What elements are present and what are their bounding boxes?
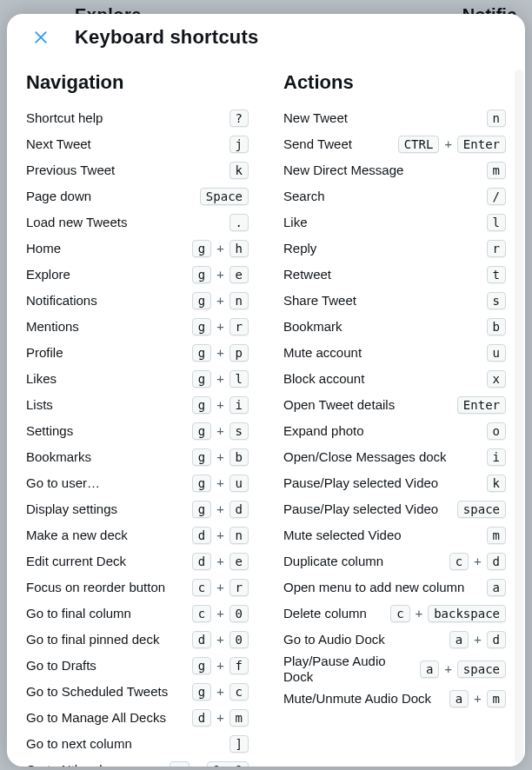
shortcut-keys: c+backspace [390, 605, 506, 622]
shortcut-row: Homeg+h [26, 236, 249, 261]
keycap: c [192, 579, 211, 596]
shortcut-label: Go to Nth column [26, 762, 128, 767]
close-button[interactable] [26, 23, 56, 52]
shortcut-keys: g+d [192, 501, 249, 518]
shortcut-row: Bookmarkb [283, 315, 506, 339]
keycap: a [449, 690, 469, 707]
keycap: e [229, 553, 249, 570]
shortcut-row: New Tweetn [283, 106, 506, 130]
shortcut-keys: / [487, 188, 506, 205]
modal-body[interactable]: Navigation Shortcut help?Next TweetjPrev… [7, 61, 525, 767]
keycap: m [229, 709, 249, 727]
shortcut-row: Duplicate columnc+d [283, 549, 506, 574]
shortcut-row: Shortcut help? [26, 106, 249, 130]
section-actions: Actions New TweetnSend TweetCTRL+EnterNe… [283, 71, 506, 767]
keycap: d [487, 553, 506, 570]
key-plus: + [216, 554, 223, 568]
shortcut-row: Next Tweetj [26, 132, 249, 156]
keycap: g [192, 475, 211, 492]
shortcut-keys: n [487, 110, 506, 127]
shortcut-keys: g+b [192, 448, 249, 466]
shortcut-label: Duplicate column [283, 554, 383, 569]
shortcut-row: Go to Scheduled Tweetsg+c [26, 680, 249, 704]
shortcut-label: Settings [26, 423, 73, 439]
shortcut-keys: j [229, 136, 249, 153]
section-title-actions: Actions [283, 71, 506, 94]
shortcut-label: Block account [283, 371, 364, 387]
shortcut-keys: d+m [192, 709, 249, 727]
shortcut-label: Go to Audio Dock [283, 632, 385, 647]
shortcut-label: Open/Close Messages dock [283, 449, 447, 465]
shortcut-label: Go to Drafts [26, 658, 96, 674]
shortcut-row: Pause/Play selected Videospace [283, 497, 506, 521]
shortcut-keys: g+h [192, 240, 249, 257]
shortcut-row: Mute accountu [283, 341, 506, 365]
shortcut-label: Go to Manage All Decks [26, 710, 166, 726]
modal-header: Keyboard shortcuts [7, 14, 525, 61]
keycap: b [229, 448, 249, 466]
keycap: g [192, 657, 211, 674]
shortcut-row: Send TweetCTRL+Enter [283, 132, 506, 156]
keycap: i [229, 396, 249, 414]
shortcut-keys: CTRL+Enter [398, 136, 506, 153]
shortcut-row: Open Tweet detailsEnter [283, 393, 506, 417]
keycap: p [229, 344, 249, 362]
key-plus: + [216, 294, 223, 308]
shortcut-keys: s [487, 292, 506, 309]
keycap: g [192, 240, 211, 257]
shortcut-keys: a+space [420, 660, 506, 678]
modal-title: Keyboard shortcuts [75, 26, 258, 49]
shortcut-row: Previous Tweetk [26, 158, 249, 183]
shortcut-keys: g+s [192, 422, 249, 440]
shortcut-row: Make a new deckd+n [26, 523, 249, 548]
shortcut-label: Display settings [26, 501, 117, 517]
keycap: g [192, 292, 211, 309]
shortcut-keys: d+e [192, 553, 249, 570]
key-plus: + [216, 476, 223, 490]
shortcut-label: Previous Tweet [26, 163, 115, 178]
key-plus: + [216, 581, 223, 594]
key-plus: + [216, 450, 223, 464]
keycap: d [487, 631, 506, 648]
keycap: g [192, 266, 211, 283]
keycap: u [487, 344, 506, 362]
shortcut-label: Delete column [283, 606, 367, 621]
keycap: Space [200, 188, 249, 205]
keyboard-shortcuts-modal: Keyboard shortcuts Navigation Shortcut h… [7, 14, 525, 767]
shortcut-keys: u [487, 344, 506, 362]
shortcut-label: Play/Pause Audio Dock [283, 654, 413, 685]
shortcut-keys: ? [229, 110, 249, 127]
keycap: e [229, 266, 249, 283]
key-plus: + [216, 268, 223, 282]
shortcut-row: Notificationsg+n [26, 289, 249, 313]
shortcut-label: Go to final column [26, 606, 131, 621]
scrollbar[interactable] [515, 70, 523, 763]
shortcut-row: Open/Close Messages docki [283, 445, 506, 469]
shortcut-label: Bookmarks [26, 449, 91, 465]
keycap: ? [229, 110, 249, 127]
keycap: c [449, 553, 469, 570]
shortcut-label: Profile [26, 345, 63, 361]
section-navigation: Navigation Shortcut help?Next TweetjPrev… [26, 71, 249, 767]
key-plus: + [474, 633, 481, 647]
shortcut-label: Like [283, 215, 308, 230]
shortcut-label: Mute account [283, 345, 362, 361]
shortcut-keys: k [487, 475, 506, 492]
key-plus: + [216, 242, 223, 256]
shortcut-keys: space [457, 501, 506, 518]
shortcut-keys: r [487, 240, 506, 257]
keycap: a [487, 579, 506, 596]
keycap: u [229, 475, 249, 492]
shortcut-row: Load new Tweets. [26, 210, 249, 235]
shortcut-label: Pause/Play selected Video [283, 501, 438, 517]
shortcut-keys: k [229, 162, 249, 179]
shortcut-label: Lists [26, 397, 53, 413]
shortcut-row: Page downSpace [26, 184, 249, 209]
keycap: k [487, 475, 506, 492]
shortcut-label: Mute/Unmute Audio Dock [283, 691, 431, 707]
shortcut-label: Search [283, 189, 325, 204]
shortcut-row: Mute selected Videom [283, 523, 506, 548]
shortcut-label: Page down [26, 189, 91, 204]
shortcut-label: New Tweet [283, 110, 348, 126]
keycap: r [487, 240, 506, 257]
